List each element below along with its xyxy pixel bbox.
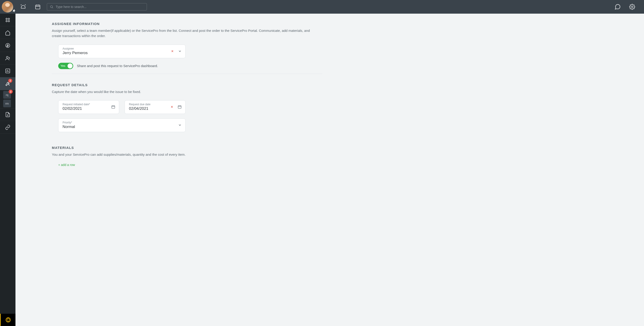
priority-value: Normal bbox=[62, 124, 175, 129]
initiated-value: 02/02/2021 bbox=[62, 106, 108, 111]
share-toggle[interactable]: Yes bbox=[58, 63, 73, 69]
share-toggle-label: Yes bbox=[60, 64, 65, 68]
assignee-clear-icon[interactable] bbox=[171, 50, 174, 53]
search-input[interactable] bbox=[56, 5, 144, 9]
materials-desc: You and your ServicePro can add supplies… bbox=[52, 152, 320, 157]
nav-apps[interactable] bbox=[0, 14, 16, 26]
nav-sub-rq-badge: 2 bbox=[9, 90, 13, 94]
avatar[interactable] bbox=[2, 1, 13, 12]
nav-person[interactable] bbox=[0, 52, 16, 64]
nav-money[interactable] bbox=[0, 39, 16, 52]
nav-home[interactable] bbox=[0, 26, 16, 39]
nav-reports[interactable] bbox=[0, 64, 16, 77]
nav-sub: rq 2 rm bbox=[0, 90, 16, 108]
initiated-label: Request initiated date* bbox=[62, 103, 108, 106]
materials-title: MATERIALS bbox=[52, 146, 354, 150]
assignee-title: ASSIGNEE INFORMATION bbox=[52, 22, 354, 26]
priority-chevron-icon[interactable] bbox=[178, 123, 182, 127]
section-materials: MATERIALS You and your ServicePro can ad… bbox=[52, 146, 354, 167]
topbar bbox=[0, 0, 354, 14]
request-title: REQUEST DETAILS bbox=[52, 83, 354, 87]
initiated-calendar-icon[interactable] bbox=[111, 105, 115, 109]
search-icon bbox=[50, 5, 54, 9]
svg-rect-12 bbox=[178, 106, 181, 108]
assignee-field[interactable]: Assignee Jerry Pemeros bbox=[58, 44, 186, 58]
alarm-icon[interactable] bbox=[16, 0, 30, 14]
nav-sub-rq[interactable]: rq 2 bbox=[3, 91, 11, 99]
svg-point-8 bbox=[6, 56, 8, 58]
sidebar: 2 rq 2 rm bbox=[0, 14, 16, 178]
assignee-desc: Assign yourself, select a team member(if… bbox=[52, 28, 320, 39]
nav-tools[interactable]: 2 bbox=[0, 77, 16, 90]
nav-documents[interactable] bbox=[0, 108, 16, 121]
due-value: 02/04/2021 bbox=[129, 106, 168, 111]
assignee-chevron-icon[interactable] bbox=[178, 49, 182, 53]
assignee-field-label: Assignee bbox=[62, 47, 168, 50]
svg-rect-11 bbox=[112, 106, 115, 108]
nav-link[interactable] bbox=[0, 121, 16, 134]
nav-tools-badge: 2 bbox=[8, 79, 12, 83]
toggle-knob bbox=[68, 64, 72, 68]
nav-sub-rm-label: rm bbox=[5, 102, 9, 105]
due-calendar-icon[interactable] bbox=[178, 105, 182, 109]
divider bbox=[52, 74, 322, 74]
svg-point-1 bbox=[50, 6, 52, 8]
svg-point-5 bbox=[6, 20, 7, 22]
due-label: Request due date bbox=[129, 103, 168, 106]
initiated-field[interactable]: Request initiated date* 02/02/2021 bbox=[58, 100, 119, 114]
svg-rect-0 bbox=[36, 5, 40, 9]
avatar-wrap[interactable] bbox=[2, 1, 15, 12]
request-desc: Capture the date when you would like the… bbox=[52, 89, 320, 94]
section-assignee: ASSIGNEE INFORMATION Assign yourself, se… bbox=[52, 22, 354, 132]
add-row-link[interactable]: + add a row bbox=[52, 163, 354, 167]
svg-point-4 bbox=[8, 18, 10, 20]
main-content: ASSIGNEE INFORMATION Assign yourself, se… bbox=[16, 14, 354, 178]
due-clear-icon[interactable] bbox=[170, 105, 174, 108]
svg-point-6 bbox=[8, 20, 10, 22]
search-field[interactable] bbox=[47, 3, 147, 10]
priority-field[interactable]: Priority* Normal bbox=[58, 118, 186, 132]
nav-sub-rq-label: rq bbox=[6, 93, 8, 96]
due-field[interactable]: Request due date 02/04/2021 bbox=[124, 100, 186, 114]
share-toggle-desc: Share and post this request to ServicePr… bbox=[77, 64, 158, 68]
priority-label: Priority* bbox=[62, 121, 175, 124]
calendar-icon[interactable] bbox=[30, 0, 45, 14]
assignee-field-value: Jerry Pemeros bbox=[62, 51, 168, 55]
svg-point-3 bbox=[6, 18, 7, 20]
nav-sub-rm[interactable]: rm bbox=[3, 100, 11, 107]
